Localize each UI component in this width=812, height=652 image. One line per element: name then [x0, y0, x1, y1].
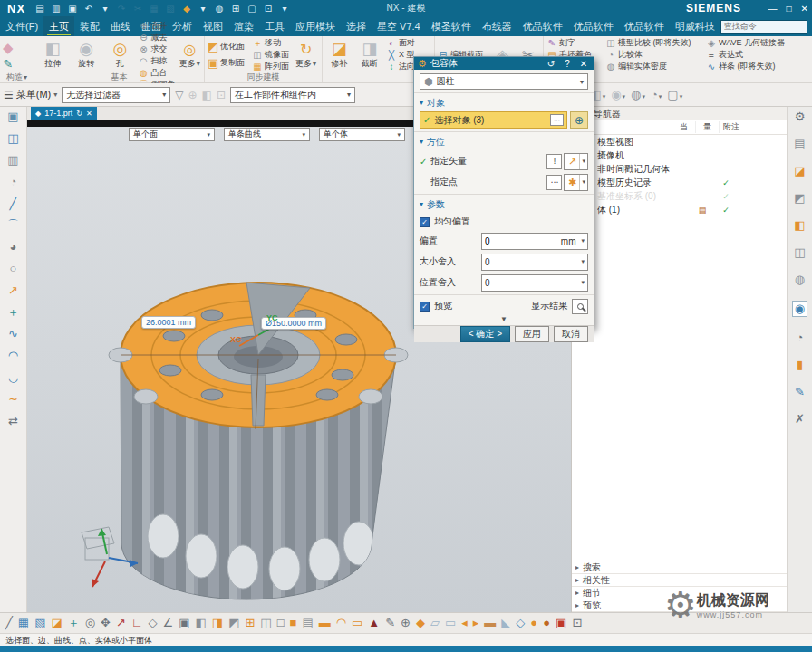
type-combo[interactable]: ⬢ 圆柱 ▾	[420, 73, 588, 90]
circle-select-icon[interactable]: ◎	[85, 617, 95, 629]
refresh-icon[interactable]: ⊡	[572, 617, 582, 629]
offset-input[interactable]	[482, 236, 558, 246]
move-face-button[interactable]: ＋ 移动	[252, 38, 290, 49]
boolean-icon[interactable]: ▤	[302, 617, 313, 629]
menu-item[interactable]: 星空 V7.4	[372, 16, 426, 36]
nav-row-model-views[interactable]: ▣ 模型视图	[572, 135, 787, 149]
touch-mode-icon[interactable]: ⊞	[228, 2, 243, 15]
wave-geometry-linker-button[interactable]: ◈ WAVE 几何链接器	[706, 38, 804, 49]
mirror-body-icon[interactable]: ▲	[368, 617, 380, 629]
paste-icon[interactable]: ▧	[163, 2, 178, 15]
nav-row-model-history[interactable]: ◷ 模型历史记录 ✓	[572, 176, 787, 189]
ok-button[interactable]: < 确定 >	[460, 326, 510, 342]
menu-item[interactable]: 应用模块	[290, 16, 341, 36]
rings-icon[interactable]: ⊕	[401, 617, 411, 629]
voice-assistant-icon[interactable]: ◍	[212, 2, 227, 15]
duplicate-display-icon[interactable]: ▢	[245, 2, 259, 15]
wrench-ball-icon[interactable]: ●	[530, 617, 537, 629]
group-label-sync[interactable]: 同步建模	[205, 72, 322, 82]
open-icon[interactable]: ▥	[49, 2, 63, 15]
nav-row-datum-csys[interactable]: ⊘ ＋ 基准坐标系 (0) ✓	[572, 189, 787, 203]
ko-icon[interactable]: ▣	[556, 617, 566, 629]
bend-icon[interactable]: ▭	[352, 617, 362, 629]
sync-more-button[interactable]: ↻ 更多	[293, 38, 319, 72]
dialog-close-icon[interactable]: ✕	[577, 59, 590, 69]
point-options-button[interactable]: ⋯	[546, 175, 562, 190]
window-icon[interactable]: ⊡	[261, 2, 276, 15]
section-object[interactable]: 对象	[420, 95, 588, 110]
chevron-down-icon[interactable]: ▾	[578, 237, 587, 244]
assembly-navigator-icon[interactable]: ▤	[794, 138, 805, 150]
nav-section-dependencies[interactable]: 相关性	[572, 574, 787, 587]
pen-icon[interactable]: ✎	[385, 617, 395, 629]
nav-section-details[interactable]: 细节	[572, 587, 787, 599]
unite-button[interactable]: ⊕ 合并	[138, 20, 175, 31]
menu-button[interactable]: ☰ 菜单(M) ▾	[4, 88, 57, 101]
nav-row-body[interactable]: ◉ ◆ 体 (1) ▤ ✓	[572, 203, 787, 216]
point-dialog-button[interactable]: ⊕	[570, 111, 588, 129]
plane-icon[interactable]: ◇	[149, 617, 158, 629]
arc-tool-icon[interactable]: ⌒	[7, 219, 19, 232]
settings-icon[interactable]: ⚙	[795, 110, 806, 123]
spline-button[interactable]: ∿ 样条 (即将失效)	[706, 62, 804, 72]
flip-icon[interactable]: ◂	[461, 617, 468, 629]
extrude-button[interactable]: ◧ 拉伸	[37, 38, 68, 72]
sheet-icon[interactable]: ▬	[319, 617, 331, 629]
apply-button[interactable]: 应用	[515, 326, 549, 342]
color-palette-icon[interactable]: ▮	[797, 359, 803, 371]
wave-curve-icon[interactable]: ∼	[8, 393, 18, 406]
command-menu-icon[interactable]: ▾	[196, 2, 210, 15]
copy-face-button[interactable]: ▣ 复制面	[208, 55, 249, 71]
sketch-person-icon[interactable]: ▧	[34, 617, 45, 629]
nav-section-preview[interactable]: 预览	[572, 599, 787, 612]
ellipse-tool-icon[interactable]: ○	[10, 263, 17, 275]
sketch-icon[interactable]: ◆	[3, 40, 14, 56]
dialog-help-icon[interactable]: ?	[561, 59, 574, 69]
csys-icon[interactable]: ∟	[131, 617, 143, 629]
hd3d-tools-icon[interactable]: ◍	[795, 273, 805, 286]
selection-filter-combo[interactable]: 无选择过滤器▾	[62, 87, 170, 103]
face-select-icon[interactable]: ◪	[51, 617, 62, 629]
show-result-button[interactable]	[572, 299, 588, 314]
cancel-button[interactable]: 取消	[554, 326, 588, 342]
orient-cube-icon[interactable]: ◆	[416, 617, 425, 629]
face-pair-button[interactable]: ◐ 面对	[386, 38, 431, 49]
vector-dialog-combo[interactable]: ↗ ▾	[564, 153, 588, 170]
gear-face-icon[interactable]: ◩	[228, 617, 239, 629]
menu-item[interactable]: 模圣软件	[426, 16, 477, 36]
dimension-label[interactable]: 26.0001 mm	[141, 316, 196, 329]
nav-row-cameras[interactable]: ✓ ◉ 摄像机	[572, 149, 787, 162]
view-gallery-icon[interactable]: ◫	[794, 246, 805, 259]
column-header[interactable]: 量	[695, 121, 719, 133]
basic-more-button[interactable]: ◎ 更多	[178, 38, 201, 72]
divide-curve-icon[interactable]: ⇄	[8, 415, 18, 427]
roles-icon[interactable]: ✎	[795, 386, 805, 398]
column-header[interactable]: 当	[672, 121, 695, 133]
curve-up-icon[interactable]: ◠	[8, 350, 18, 362]
menu-item[interactable]: 工具	[259, 16, 290, 36]
cut-icon[interactable]: ✂	[130, 2, 145, 15]
optimize-face-button[interactable]: ◩ 优化面	[208, 39, 249, 54]
close-button[interactable]: ✕	[801, 4, 808, 14]
web-browser-icon[interactable]: ◉	[792, 301, 807, 317]
pale-face-icon[interactable]: ▱	[430, 617, 440, 629]
copy-icon[interactable]: ▦	[147, 2, 161, 15]
display-part-icon[interactable]: ▣	[7, 110, 18, 123]
pale-sheet-icon[interactable]: ▭	[445, 617, 456, 629]
window-view-icon[interactable]: ▢	[667, 88, 682, 101]
undo-menu-icon[interactable]: ▾	[98, 2, 112, 15]
vector-icon[interactable]: ↗	[116, 617, 126, 629]
group-label-sketch[interactable]: 构造	[0, 72, 34, 82]
sketch-curve-icon[interactable]: ✎	[3, 57, 14, 71]
point-dialog-combo[interactable]: ✱ ▾	[564, 174, 588, 191]
tab-icon[interactable]: ▬	[484, 617, 496, 629]
rule-combo[interactable]: 单条曲线▾	[224, 128, 310, 141]
tab-refresh-icon[interactable]: ↻	[76, 110, 82, 118]
point-tool-icon[interactable]: ＋	[7, 306, 19, 319]
menu-item[interactable]: 视图	[198, 16, 228, 36]
sketch-table-icon[interactable]: ▦	[18, 617, 29, 629]
engrave-text-button[interactable]: ✎ 刻字	[546, 38, 603, 49]
menu-item[interactable]: 优品软件	[517, 16, 568, 36]
intersect-button[interactable]: ⊗ 求交	[138, 43, 175, 54]
position-round-combo[interactable]: 0 ▾	[481, 274, 588, 292]
